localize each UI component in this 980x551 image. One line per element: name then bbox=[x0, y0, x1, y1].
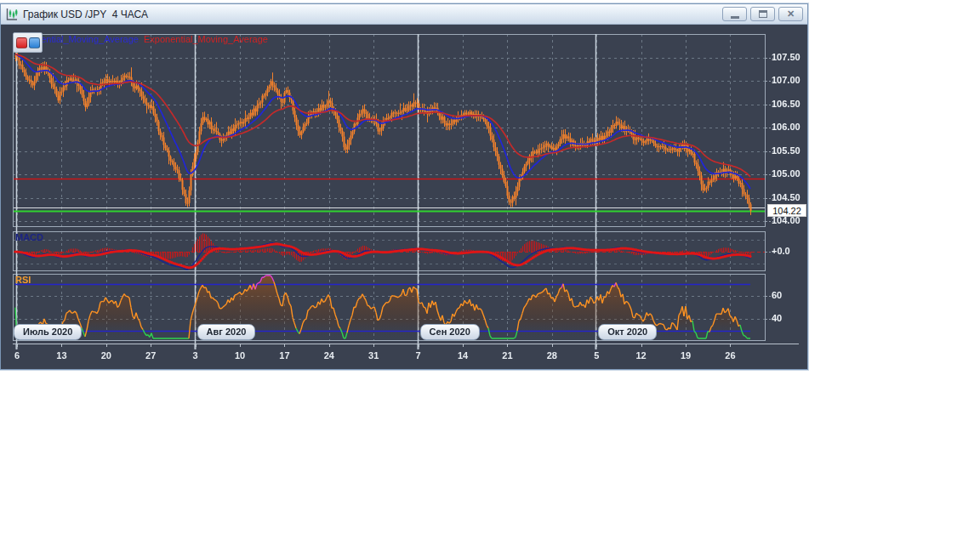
price-axis-label: 104.50 bbox=[772, 192, 801, 202]
close-icon: ✕ bbox=[787, 9, 795, 19]
x-axis-label: 19 bbox=[675, 350, 697, 361]
buy-button[interactable] bbox=[29, 37, 40, 48]
minimize-icon bbox=[731, 16, 739, 19]
month-label: Авг 2020 bbox=[197, 324, 256, 340]
x-axis-label: 5 bbox=[585, 350, 607, 361]
price-axis-label: 106.00 bbox=[772, 122, 801, 132]
month-label: Окт 2020 bbox=[598, 324, 657, 340]
desktop: График USD /JPY 4 ЧАСА ✕ Exponential_Mov… bbox=[0, 0, 980, 551]
price-axis-label: 107.00 bbox=[772, 75, 801, 85]
minimize-button[interactable] bbox=[722, 7, 747, 21]
x-axis-label: 10 bbox=[229, 350, 251, 361]
rsi-axis-label: 60 bbox=[772, 290, 782, 300]
window-title: График USD /JPY 4 ЧАСА bbox=[23, 9, 148, 20]
x-axis-label: 27 bbox=[140, 350, 162, 361]
rsi-panel-label: RSI bbox=[15, 275, 31, 285]
restore-button[interactable] bbox=[750, 7, 775, 21]
restore-icon bbox=[759, 10, 767, 18]
legend-ema-slow: Exponential_Moving_Average bbox=[144, 34, 268, 44]
candlestick-chart-icon bbox=[5, 8, 19, 21]
x-axis-label: 6 bbox=[6, 350, 28, 361]
x-axis-label: 3 bbox=[185, 350, 207, 361]
chart-toolbar bbox=[13, 32, 43, 53]
window-titlebar[interactable]: График USD /JPY 4 ЧАСА ✕ bbox=[1, 4, 807, 25]
price-axis-label: 106.50 bbox=[772, 99, 801, 109]
price-axis-label: 105.00 bbox=[772, 168, 801, 179]
chart-client-area: Exponential_Moving_AverageExponential_Mo… bbox=[1, 25, 807, 369]
price-axis-label: 105.50 bbox=[772, 145, 801, 156]
x-axis-label: 28 bbox=[541, 350, 563, 361]
price-chart-canvas[interactable] bbox=[1, 25, 807, 369]
price-axis-label: 107.50 bbox=[772, 52, 801, 62]
macd-panel-label: MACD bbox=[15, 232, 43, 242]
x-axis-label: 24 bbox=[318, 350, 340, 361]
x-axis-label: 12 bbox=[630, 350, 652, 361]
indicator-legend: Exponential_Moving_AverageExponential_Mo… bbox=[14, 34, 268, 44]
x-axis-label: 17 bbox=[273, 350, 295, 361]
current-price-tag: 104.22 bbox=[767, 204, 806, 217]
x-axis-label: 14 bbox=[452, 350, 474, 361]
sell-button[interactable] bbox=[16, 37, 27, 48]
x-axis-label: 20 bbox=[95, 350, 117, 361]
month-label: Июль 2020 bbox=[14, 324, 82, 340]
rsi-axis-label: 40 bbox=[772, 313, 782, 323]
x-axis-label: 31 bbox=[362, 350, 385, 361]
x-axis-label: 13 bbox=[50, 350, 72, 361]
close-button[interactable]: ✕ bbox=[778, 7, 803, 21]
x-axis-label: 26 bbox=[719, 350, 741, 361]
macd-axis-label: +0.0 bbox=[772, 246, 790, 256]
chart-window: График USD /JPY 4 ЧАСА ✕ Exponential_Mov… bbox=[0, 3, 808, 370]
x-axis-label: 7 bbox=[407, 350, 430, 361]
x-axis-label: 21 bbox=[496, 350, 518, 361]
month-label: Сен 2020 bbox=[420, 324, 480, 340]
